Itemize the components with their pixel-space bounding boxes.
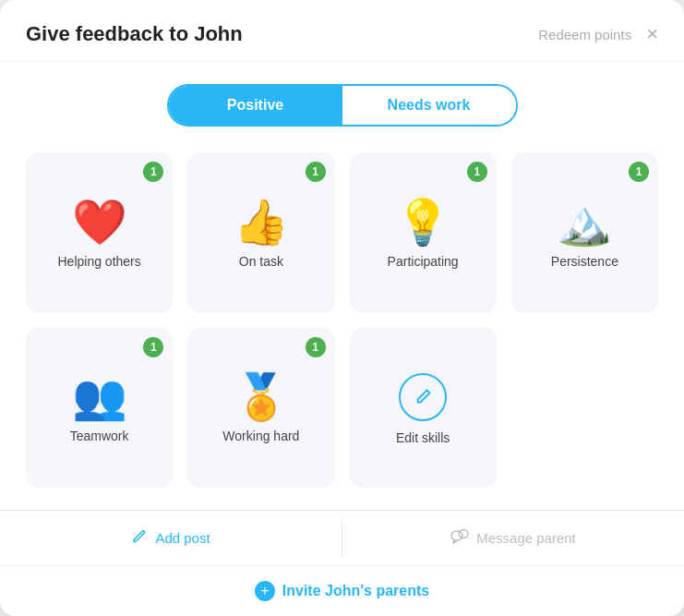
edit-skills-label: Edit skills: [396, 430, 450, 445]
tabs-container: Positive Needs work: [0, 62, 684, 138]
header-actions: Redeem points ×: [538, 24, 658, 44]
invite-bar: + Invite John's parents: [0, 565, 684, 616]
svg-point-1: [459, 530, 468, 538]
skill-card-edit-skills[interactable]: Edit skills: [350, 328, 497, 489]
add-post-button[interactable]: Add post: [0, 511, 342, 565]
working-hard-icon: 🏅: [234, 375, 289, 419]
message-parent-button[interactable]: Message parent: [342, 511, 684, 565]
helping-others-label: Helping others: [57, 254, 140, 269]
persistence-label: Persistence: [551, 254, 618, 269]
message-parent-icon: [450, 527, 469, 549]
persistence-icon: 🏔️: [557, 200, 612, 245]
badge-working-hard: 1: [306, 337, 326, 357]
invite-label[interactable]: Invite John's parents: [282, 583, 429, 599]
badge-helping-others: 1: [143, 162, 163, 182]
helping-others-icon: ❤️: [72, 200, 127, 245]
participating-icon: 💡: [395, 200, 450, 245]
skill-card-helping-others[interactable]: 1 ❤️ Helping others: [26, 152, 173, 313]
tab-group: Positive Needs work: [167, 84, 518, 127]
skill-card-persistence[interactable]: 1 🏔️ Persistence: [511, 152, 658, 313]
message-parent-label: Message parent: [476, 530, 576, 546]
badge-participating: 1: [467, 162, 487, 182]
working-hard-label: Working hard: [222, 429, 299, 443]
on-task-icon: 👍: [234, 200, 289, 245]
redeem-points-link[interactable]: Redeem points: [538, 27, 631, 42]
tab-needs-work[interactable]: Needs work: [342, 86, 516, 125]
badge-on-task: 1: [306, 162, 326, 182]
invite-icon: +: [255, 581, 275, 601]
modal-header: Give feedback to John Redeem points ×: [0, 0, 684, 62]
teamwork-icon: 👥: [72, 375, 127, 419]
skills-grid: 1 ❤️ Helping others 1 👍 On task 1 💡 Part…: [0, 138, 684, 510]
skill-card-working-hard[interactable]: 1 🏅 Working hard: [187, 328, 334, 489]
skill-card-participating[interactable]: 1 💡 Participating: [350, 152, 497, 313]
participating-label: Participating: [388, 254, 459, 269]
close-button[interactable]: ×: [646, 24, 658, 44]
add-post-label: Add post: [155, 530, 210, 546]
edit-skills-circle-icon: [399, 373, 447, 421]
skill-card-on-task[interactable]: 1 👍 On task: [187, 152, 334, 313]
tab-positive[interactable]: Positive: [169, 86, 342, 125]
feedback-modal: Give feedback to John Redeem points × Po…: [0, 0, 684, 616]
add-post-icon: [131, 527, 148, 549]
footer: Add post Message parent: [0, 510, 684, 565]
on-task-label: On task: [239, 254, 283, 269]
teamwork-label: Teamwork: [70, 429, 129, 443]
badge-persistence: 1: [629, 162, 649, 182]
svg-point-0: [451, 531, 462, 540]
skill-card-teamwork[interactable]: 1 👥 Teamwork: [26, 328, 173, 489]
badge-teamwork: 1: [143, 337, 163, 357]
modal-title: Give feedback to John: [26, 22, 243, 46]
